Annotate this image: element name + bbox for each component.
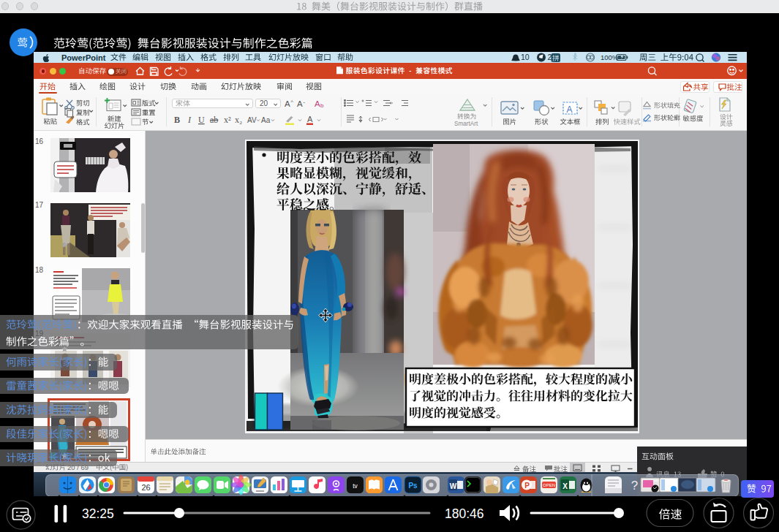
svg-text:OPEN: OPEN — [543, 483, 555, 487]
svg-text:tv: tv — [353, 482, 358, 490]
svg-text:W: W — [450, 482, 457, 490]
svg-text:32:25: 32:25 — [82, 506, 114, 521]
svg-text:?: ? — [631, 479, 638, 493]
svg-text:Ps: Ps — [408, 482, 418, 490]
svg-text:P: P — [524, 482, 530, 490]
svg-text:26: 26 — [141, 483, 150, 492]
svg-text:180:46: 180:46 — [445, 506, 484, 521]
svg-text:X: X — [562, 482, 568, 490]
